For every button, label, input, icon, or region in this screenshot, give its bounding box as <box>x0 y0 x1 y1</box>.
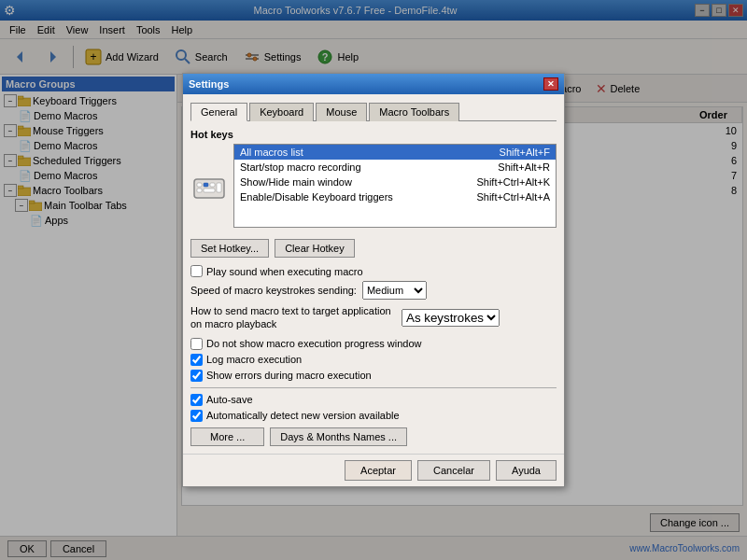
svg-rect-27 <box>197 183 202 187</box>
clear-hotkey-button[interactable]: Clear Hotkey <box>275 239 355 258</box>
autosave-checkbox[interactable] <box>190 394 203 406</box>
checkboxes-group: Do not show macro execution progress win… <box>190 338 557 382</box>
modal-body: General Keyboard Mouse Macro Toolbars Ho… <box>183 94 564 453</box>
play-sound-checkbox[interactable] <box>190 265 203 277</box>
no-progress-label: Do not show macro execution progress win… <box>206 338 422 349</box>
hotkeys-icon-area <box>190 144 228 233</box>
detect-version-checkbox[interactable] <box>190 410 203 422</box>
autosave-group: Auto-save Automatically detect new versi… <box>190 394 557 422</box>
modal-close-button[interactable]: ✕ <box>543 77 558 91</box>
settings-modal: Settings ✕ General Keyboard Mouse Macro … <box>182 73 565 486</box>
hotkey-buttons: Set Hotkey... Clear Hotkey <box>190 239 557 258</box>
set-hotkey-button[interactable]: Set Hotkey... <box>190 239 269 258</box>
send-method-label: How to send macro text to target applica… <box>190 305 396 329</box>
days-months-button[interactable]: Days & Months Names ... <box>270 427 407 446</box>
hotkey-all-macros[interactable]: All macros list Shift+Alt+F <box>234 145 556 160</box>
hotkeys-list: All macros list Shift+Alt+F Start/stop m… <box>233 144 557 228</box>
send-method-row: How to send macro text to target applica… <box>190 305 557 329</box>
hotkeys-label: Hot keys <box>190 129 557 140</box>
aceptar-button[interactable]: Aceptar <box>345 460 412 481</box>
modal-overlay: Settings ✕ General Keyboard Mouse Macro … <box>0 0 747 560</box>
send-method-select[interactable]: As keystrokesAs clipboardAs Unicode <box>402 309 500 327</box>
tab-general[interactable]: General <box>190 103 247 121</box>
play-sound-row: Play sound when executing macro <box>190 265 557 277</box>
svg-rect-32 <box>217 183 221 192</box>
show-errors-checkbox[interactable] <box>190 370 203 382</box>
show-errors-row: Show errors during macro execution <box>190 370 557 382</box>
ayuda-button[interactable]: Ayuda <box>496 460 557 481</box>
svg-rect-30 <box>197 189 202 192</box>
show-errors-label: Show errors during macro execution <box>206 370 372 381</box>
svg-rect-31 <box>204 189 215 192</box>
cancelar-button[interactable]: Cancelar <box>417 460 490 481</box>
log-checkbox[interactable] <box>190 354 203 366</box>
svg-rect-28 <box>204 183 208 187</box>
detect-version-label: Automatically detect new version availab… <box>206 410 400 421</box>
separator-1 <box>190 387 557 388</box>
modal-titlebar: Settings ✕ <box>183 74 564 94</box>
keyboard-icon <box>192 172 226 205</box>
detect-version-row: Automatically detect new version availab… <box>190 410 557 422</box>
svg-rect-29 <box>210 183 215 187</box>
autosave-row: Auto-save <box>190 394 557 406</box>
modal-title: Settings <box>189 78 229 90</box>
autosave-label: Auto-save <box>206 394 253 405</box>
settings-tabs: General Keyboard Mouse Macro Toolbars <box>190 102 557 121</box>
speed-select[interactable]: SlowMediumFastVery Fast <box>362 281 427 300</box>
hotkey-start-stop[interactable]: Start/stop macro recording Shift+Alt+R <box>234 160 556 175</box>
hotkey-enable-disable[interactable]: Enable/Disable Keyboard triggers Shift+C… <box>234 189 556 204</box>
play-sound-label: Play sound when executing macro <box>206 266 363 277</box>
tab-mouse[interactable]: Mouse <box>316 103 367 121</box>
log-label: Log macro execution <box>206 354 302 365</box>
hotkeys-area: All macros list Shift+Alt+F Start/stop m… <box>190 144 557 233</box>
log-row: Log macro execution <box>190 354 557 366</box>
more-button[interactable]: More ... <box>190 427 264 446</box>
speed-row: Speed of macro keystrokes sending: SlowM… <box>190 281 557 300</box>
speed-label: Speed of macro keystrokes sending: <box>190 285 357 296</box>
tab-keyboard[interactable]: Keyboard <box>249 103 314 121</box>
hotkey-show-hide[interactable]: Show/Hide main window Shift+Ctrl+Alt+K <box>234 175 556 189</box>
no-progress-checkbox[interactable] <box>190 338 203 350</box>
no-progress-row: Do not show macro execution progress win… <box>190 338 557 350</box>
more-buttons: More ... Days & Months Names ... <box>190 427 557 446</box>
tab-macro-toolbars[interactable]: Macro Toolbars <box>369 103 459 121</box>
modal-footer: Aceptar Cancelar Ayuda <box>183 454 564 486</box>
